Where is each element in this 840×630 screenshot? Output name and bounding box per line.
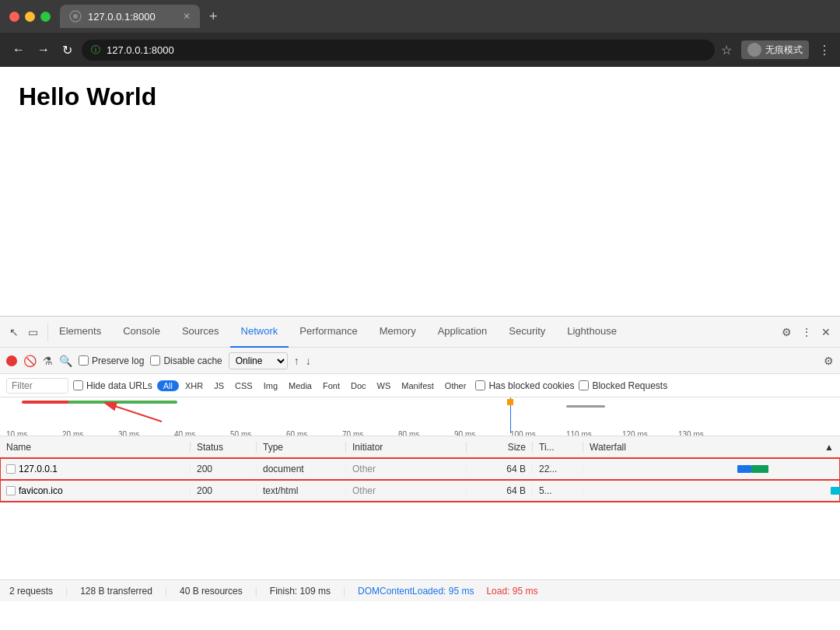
device-icon[interactable]: ▭ — [25, 323, 41, 341]
devtools-left-icons: ↖ ▭ — [0, 323, 48, 341]
hide-data-urls-input[interactable] — [73, 380, 83, 390]
row-name-text-2: favicon.ico — [19, 485, 63, 496]
traffic-lights — [9, 12, 51, 22]
devtools-more-icon[interactable]: ⋮ — [798, 323, 815, 341]
filter-all[interactable]: All — [157, 380, 179, 391]
row-name-1: 127.0.0.1 — [0, 464, 191, 474]
toolbar-settings-icon[interactable]: ⚙ — [824, 355, 834, 367]
tab-memory[interactable]: Memory — [369, 317, 427, 348]
row-waterfall-1 — [583, 458, 840, 480]
record-button[interactable] — [6, 355, 17, 366]
browser-chrome: 127.0.0.1:8000 ✕ + ← → ↻ ⓘ 127.0.0.1:800… — [0, 0, 840, 67]
blocked-requests-checkbox[interactable]: Blocked Requests — [579, 380, 667, 391]
row-time-1: 22... — [533, 464, 583, 474]
tab-console[interactable]: Console — [112, 317, 171, 348]
browser-tab[interactable]: 127.0.0.1:8000 ✕ — [60, 5, 200, 28]
filter-ws[interactable]: WS — [373, 380, 396, 391]
address-bar[interactable]: ⓘ 127.0.0.1:8000 — [82, 40, 715, 61]
tab-favicon — [69, 10, 82, 23]
col-header-size: Size — [467, 442, 533, 453]
finish-time: Finish: 109 ms — [270, 586, 331, 597]
tab-security[interactable]: Security — [498, 317, 556, 348]
title-bar: 127.0.0.1:8000 ✕ + — [0, 0, 840, 33]
new-tab-button[interactable]: + — [203, 9, 224, 25]
disable-cache-label: Disable cache — [163, 355, 222, 366]
row-size-1: 64 B — [467, 464, 533, 474]
row-time-2: 5... — [533, 485, 583, 496]
preserve-log-checkbox[interactable]: Preserve log — [79, 355, 144, 366]
forward-button[interactable]: → — [34, 40, 53, 60]
status-bar: 2 requests | 128 B transferred | 40 B re… — [0, 579, 840, 601]
row-type-2: text/html — [257, 485, 346, 496]
row-waterfall-2 — [583, 480, 840, 502]
has-blocked-checkbox[interactable]: Has blocked cookies — [475, 380, 574, 391]
back-button[interactable]: ← — [9, 40, 28, 60]
row-initiator-1: Other — [346, 464, 467, 474]
tab-network[interactable]: Network — [230, 317, 289, 348]
search-icon[interactable]: 🔍 — [59, 355, 72, 367]
filter-xhr[interactable]: XHR — [180, 380, 208, 391]
filter-other[interactable]: Other — [440, 380, 471, 391]
throttle-select[interactable]: Online Slow 3G Fast 3G — [229, 352, 288, 369]
row-status-1: 200 — [191, 464, 257, 474]
file-icon — [6, 464, 16, 474]
has-blocked-input[interactable] — [475, 380, 485, 390]
devtools-panel: ↖ ▭ Elements Console Sources Network Per… — [0, 316, 840, 579]
hide-data-urls-checkbox[interactable]: Hide data URLs — [73, 380, 152, 391]
minimize-button[interactable] — [25, 12, 35, 22]
wuma-icon — [747, 43, 761, 57]
load-time: Load: 95 ms — [486, 586, 537, 597]
devtools-tab-list: Elements Console Sources Network Perform… — [48, 317, 772, 348]
devtools-toolbar: 🚫 ⚗ 🔍 Preserve log Disable cache Online … — [0, 348, 840, 374]
cursor-icon[interactable]: ↖ — [6, 323, 22, 341]
devtools-tab-bar: ↖ ▭ Elements Console Sources Network Per… — [0, 317, 840, 348]
table-row[interactable]: favicon.ico 200 text/html Other 64 B 5..… — [0, 480, 840, 502]
svg-line-2 — [107, 404, 162, 422]
filter-bar: Hide data URLs All XHR JS CSS Img Media … — [0, 374, 840, 397]
filter-manifest[interactable]: Manifest — [397, 380, 439, 391]
waterfall-sort-icon[interactable]: ▲ — [824, 442, 834, 453]
more-button[interactable]: ⋮ — [818, 43, 831, 58]
maximize-button[interactable] — [40, 12, 51, 22]
preserve-log-input[interactable] — [79, 355, 89, 366]
devtools-close-icon[interactable]: ✕ — [818, 323, 834, 341]
devtools-settings-icon[interactable]: ⚙ — [779, 323, 795, 341]
stop-icon[interactable]: 🚫 — [23, 355, 37, 367]
transferred-size: 128 B transferred — [80, 586, 152, 597]
filter-input[interactable] — [6, 378, 68, 394]
browser-right-controls: ☆ 无痕模式 ⋮ — [721, 40, 831, 59]
col-header-name: Name — [0, 442, 191, 453]
disable-cache-checkbox[interactable]: Disable cache — [150, 355, 222, 366]
refresh-button[interactable]: ↻ — [59, 40, 75, 61]
table-row[interactable]: 127.0.0.1 200 document Other 64 B 22... — [0, 458, 840, 480]
tab-performance[interactable]: Performance — [289, 317, 368, 348]
col-header-time: Ti... — [533, 442, 583, 453]
tab-application[interactable]: Application — [427, 317, 499, 348]
tab-elements[interactable]: Elements — [48, 317, 112, 348]
export-icon[interactable]: ↓ — [306, 355, 311, 367]
filter-font[interactable]: Font — [318, 380, 345, 391]
filter-media[interactable]: Media — [284, 380, 317, 391]
filter-css[interactable]: CSS — [230, 380, 257, 391]
row-size-2: 64 B — [467, 485, 533, 496]
empty-network-area — [0, 502, 840, 579]
wuma-button[interactable]: 无痕模式 — [741, 40, 809, 59]
col-header-status: Status — [191, 442, 257, 453]
disable-cache-input[interactable] — [150, 355, 160, 366]
url-bar: ← → ↻ ⓘ 127.0.0.1:8000 ☆ 无痕模式 ⋮ — [0, 33, 840, 67]
import-icon[interactable]: ↑ — [294, 355, 299, 367]
domcontent-time: DOMContentLoaded: 95 ms — [358, 586, 474, 597]
filter-img[interactable]: Img — [259, 380, 282, 391]
tab-sources[interactable]: Sources — [171, 317, 230, 348]
row-type-1: document — [257, 464, 346, 474]
filter-doc[interactable]: Doc — [346, 380, 371, 391]
filter-icon[interactable]: ⚗ — [43, 355, 53, 367]
close-button[interactable] — [9, 12, 19, 22]
blocked-requests-label: Blocked Requests — [592, 380, 667, 391]
blocked-requests-input[interactable] — [579, 380, 589, 390]
svg-point-1 — [73, 14, 78, 19]
star-icon[interactable]: ☆ — [721, 43, 732, 58]
tab-lighthouse[interactable]: Lighthouse — [556, 317, 628, 348]
tab-close-button[interactable]: ✕ — [183, 11, 191, 22]
filter-js[interactable]: JS — [209, 380, 229, 391]
